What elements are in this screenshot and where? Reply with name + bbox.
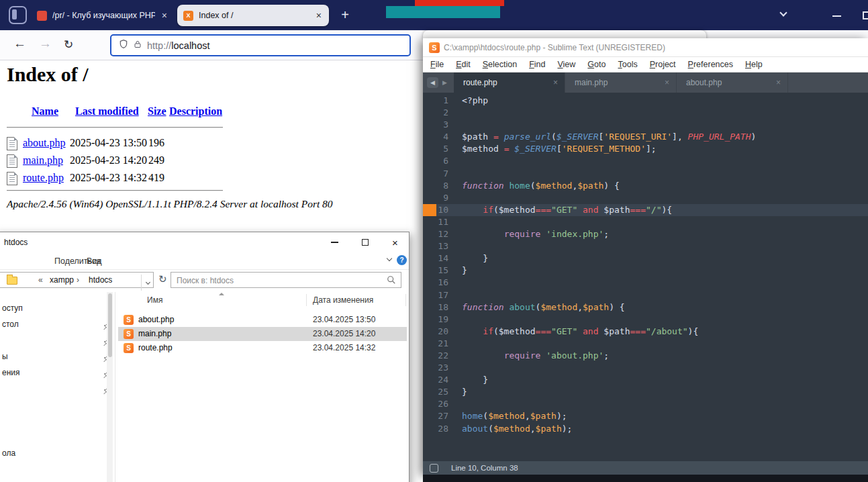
- code-area[interactable]: 1<?php234$path = parse_url($_SERVER['REQ…: [423, 93, 868, 435]
- code-line-7[interactable]: 7: [423, 168, 868, 180]
- breadcrumb-xampp[interactable]: xampp: [50, 275, 74, 285]
- code-line-22[interactable]: 22 require 'about.php';: [423, 350, 868, 362]
- menu-help[interactable]: Help: [739, 60, 769, 69]
- code-line-13[interactable]: 13: [423, 240, 868, 252]
- sidebar-item-folder[interactable]: ола: [2, 448, 15, 463]
- close-button[interactable]: ×: [380, 232, 410, 252]
- sort-link-last-modified[interactable]: Last modified: [75, 105, 139, 117]
- next-tab-icon[interactable]: ▶: [441, 77, 448, 88]
- sort-link-name[interactable]: Name: [32, 105, 58, 117]
- editor-tab-about[interactable]: about.php ×: [677, 73, 788, 93]
- address-bar[interactable]: « xampp › htdocs: [0, 272, 154, 288]
- minimize-button[interactable]: [320, 232, 350, 252]
- code-line-10[interactable]: 10 if($method==="GET" and $path==="/"){: [423, 204, 868, 216]
- maximize-button[interactable]: [863, 11, 868, 19]
- prev-tab-icon[interactable]: ◀: [427, 77, 438, 88]
- shield-icon[interactable]: [119, 39, 128, 52]
- code-line-24[interactable]: 24 }: [423, 374, 868, 386]
- text-file-icon: [7, 172, 17, 185]
- menu-find[interactable]: Find: [523, 60, 551, 69]
- editor-tab-main[interactable]: main.php ×: [565, 73, 677, 93]
- back-button[interactable]: ←: [13, 36, 26, 51]
- editor-tab-route[interactable]: route.php ×: [454, 73, 565, 93]
- code-line-21[interactable]: 21: [423, 338, 868, 350]
- lock-icon[interactable]: [134, 40, 142, 52]
- ribbon-tab-view[interactable]: Вид: [87, 256, 102, 266]
- file-name: about.php: [138, 315, 174, 324]
- code-line-25[interactable]: 25}: [423, 386, 868, 398]
- sidebar-item-quick-access[interactable]: оступ: [2, 303, 23, 318]
- code-line-15[interactable]: 15}: [423, 264, 868, 277]
- url-bar[interactable]: http://localhost: [110, 34, 411, 56]
- code-line-12[interactable]: 12 require 'index.php';: [423, 228, 868, 240]
- sidebar-item-desktop[interactable]: стол: [2, 320, 19, 334]
- line-number: 5: [423, 143, 448, 155]
- code-line-5[interactable]: 5$method = $_SERVER['REQUEST_METHOD'];: [423, 143, 868, 155]
- menu-preferences[interactable]: Preferences: [682, 60, 739, 69]
- code-line-23[interactable]: 23: [423, 362, 868, 374]
- file-link[interactable]: main.php: [23, 154, 63, 166]
- code-line-28[interactable]: 28about($method,$path);: [423, 423, 868, 435]
- breadcrumb-htdocs[interactable]: htdocs: [89, 275, 112, 285]
- menu-project[interactable]: Project: [644, 60, 682, 69]
- menu-edit[interactable]: Edit: [450, 60, 477, 69]
- browser-tab-phpclub[interactable]: /pr/ - Клуб изучающих PHP #1 ×: [31, 5, 175, 26]
- address-dropdown-button[interactable]: [141, 275, 154, 291]
- sort-ascending-icon: [219, 293, 224, 295]
- sidebar-item-pictures[interactable]: ения: [2, 368, 20, 383]
- code-line-1[interactable]: 1<?php: [423, 95, 868, 107]
- forward-button[interactable]: →: [39, 36, 52, 51]
- sidebar-scrollbar[interactable]: [107, 292, 113, 482]
- code-line-18[interactable]: 18function about($method,$path) {: [423, 301, 868, 314]
- code-line-4[interactable]: 4$path = parse_url($_SERVER['REQUEST_URI…: [423, 131, 868, 143]
- menu-selection[interactable]: Selection: [477, 60, 523, 69]
- screen: /pr/ - Клуб изучающих PHP #1 × X Index o…: [0, 0, 868, 482]
- breadcrumb-collapsed[interactable]: «: [38, 275, 43, 285]
- sort-link-size[interactable]: Size: [148, 105, 166, 117]
- tab-close-icon[interactable]: ×: [553, 78, 558, 87]
- new-tab-button[interactable]: +: [338, 8, 352, 23]
- menu-view[interactable]: View: [551, 60, 581, 69]
- code-line-3[interactable]: 3: [423, 119, 868, 131]
- file-link[interactable]: about.php: [23, 137, 66, 149]
- file-link[interactable]: route.php: [23, 172, 64, 184]
- code-line-11[interactable]: 11: [423, 216, 868, 228]
- explorer-file-list: about.php23.04.2025 13:50main.php23.04.2…: [118, 313, 407, 355]
- line-number: 13: [423, 240, 448, 252]
- code-line-8[interactable]: 8function home($method,$path) {: [423, 180, 868, 192]
- file-row[interactable]: route.php23.04.2025 14:32: [118, 341, 407, 355]
- code-line-20[interactable]: 20 if($method==="GET" and $path==="/abou…: [423, 326, 868, 338]
- file-row[interactable]: about.php23.04.2025 13:50: [118, 313, 407, 327]
- column-header-modified[interactable]: Дата изменения: [313, 295, 373, 305]
- reload-button[interactable]: ↻: [64, 38, 73, 52]
- firefox-view-button[interactable]: [9, 6, 27, 24]
- sort-link-description[interactable]: Description: [169, 105, 222, 117]
- help-button[interactable]: ?: [397, 255, 407, 265]
- maximize-button[interactable]: [350, 232, 380, 252]
- browser-tab-index-of[interactable]: X Index of / ×: [177, 5, 329, 26]
- code-line-6[interactable]: 6: [423, 155, 868, 167]
- code-line-16[interactable]: 16: [423, 277, 868, 289]
- menu-goto[interactable]: Goto: [581, 60, 612, 69]
- code-line-2[interactable]: 2: [423, 107, 868, 119]
- tab-close-icon[interactable]: ×: [315, 10, 323, 21]
- column-header-name[interactable]: Имя: [147, 295, 162, 305]
- tab-close-icon[interactable]: ×: [776, 78, 781, 87]
- line-number: 9: [423, 192, 448, 204]
- search-input[interactable]: Поиск в: htdocs: [171, 272, 401, 288]
- tab-close-icon[interactable]: ×: [665, 78, 669, 87]
- sidebar-item-documents[interactable]: ы: [2, 352, 8, 367]
- code-line-14[interactable]: 14 }: [423, 252, 868, 264]
- menu-file[interactable]: File: [424, 60, 450, 69]
- code-line-9[interactable]: 9: [423, 192, 868, 204]
- menu-tools[interactable]: Tools: [612, 60, 643, 69]
- refresh-icon[interactable]: ↻: [158, 273, 167, 285]
- file-row[interactable]: main.php23.04.2025 14:20: [118, 327, 407, 341]
- code-line-26[interactable]: 26: [423, 398, 868, 410]
- code-line-19[interactable]: 19: [423, 314, 868, 326]
- minimize-button[interactable]: [832, 15, 841, 17]
- tab-close-icon[interactable]: ×: [160, 10, 168, 21]
- code-line-17[interactable]: 17: [423, 289, 868, 301]
- code-line-27[interactable]: 27home($method,$path);: [423, 410, 868, 422]
- panel-switcher-icon[interactable]: [430, 464, 438, 473]
